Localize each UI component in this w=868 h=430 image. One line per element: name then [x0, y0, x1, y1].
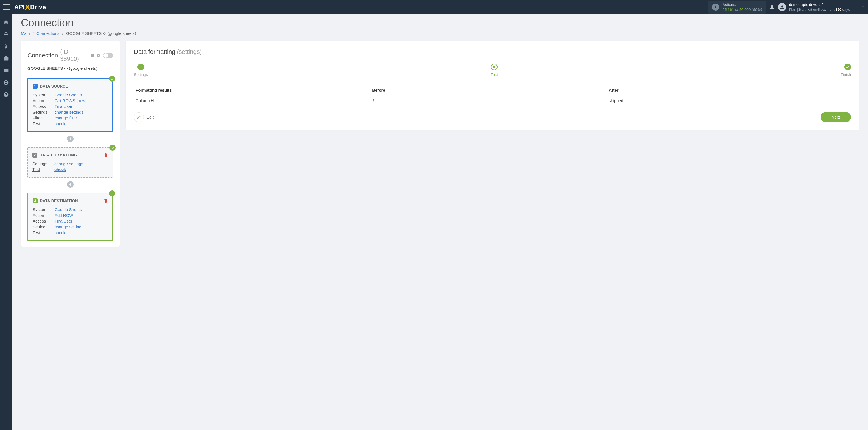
block-number: 2 [32, 153, 37, 157]
connection-subtitle: GOOGLE SHEETS -> (google sheets) [27, 66, 113, 73]
check-icon [109, 190, 115, 196]
user-avatar-icon [778, 3, 786, 11]
hamburger-menu[interactable] [3, 4, 10, 10]
crumb-main[interactable]: Main [21, 31, 30, 36]
actions-used: 25'161 [722, 7, 734, 12]
svg-rect-0 [5, 32, 6, 33]
pencil-icon [134, 112, 144, 122]
td-before: 1 [370, 95, 607, 106]
crumb-current: GOOGLE SHEETS -> (google sheets) [66, 31, 136, 36]
svg-rect-2 [7, 34, 8, 35]
results-table: Formatting results Before After Column H… [134, 85, 851, 106]
dest-test[interactable]: check [55, 230, 65, 235]
block-title: DATA FORMATTING [39, 153, 77, 157]
data-destination-block[interactable]: 3 DATA DESTINATION SystemGoogle Sheets A… [27, 193, 113, 241]
data-formatting-panel: Data formatting (settings) Settings Test… [126, 41, 859, 130]
format-test[interactable]: check [54, 167, 66, 172]
copy-icon[interactable] [90, 53, 94, 58]
right-subtitle: (settings) [177, 48, 202, 55]
sidebar-profile-icon[interactable] [3, 80, 9, 86]
user-name: demo_apix-drive_s2 [789, 2, 850, 7]
plan-info: Plan |Start| left until payment 360 days [789, 7, 850, 12]
connection-id: (ID: 38910) [60, 48, 88, 63]
sidebar-video-icon[interactable] [3, 67, 9, 73]
block-number: 1 [33, 84, 38, 89]
source-access[interactable]: Tina User [55, 104, 72, 109]
source-settings[interactable]: change settings [55, 110, 84, 115]
next-button[interactable]: Next [820, 112, 851, 122]
actions-pct: (50%) [752, 7, 762, 12]
info-icon: i [712, 4, 719, 11]
dest-system[interactable]: Google Sheets [55, 207, 82, 212]
block-title: DATA SOURCE [40, 84, 68, 88]
actions-counter[interactable]: i Actions: 25'161 of 50'000 (50%) [708, 1, 766, 14]
check-icon [110, 145, 116, 151]
bell-icon[interactable] [769, 4, 775, 10]
source-system[interactable]: Google Sheets [55, 92, 82, 97]
format-settings[interactable]: change settings [54, 161, 83, 166]
user-menu[interactable]: demo_apix-drive_s2 Plan |Start| left unt… [778, 2, 865, 12]
add-block-button[interactable]: + [67, 181, 73, 188]
actions-of: of [735, 7, 738, 12]
data-formatting-block[interactable]: 2 DATA FORMATTING Settingschange setting… [27, 147, 113, 178]
add-block-button[interactable]: + [67, 135, 73, 142]
chevron-down-icon [861, 5, 865, 10]
step-label-test: Test [491, 72, 498, 77]
th-after: After [607, 85, 851, 95]
crumb-connections[interactable]: Connections [36, 31, 59, 36]
block-number: 3 [33, 198, 38, 203]
table-row: Column H 1 shipped [134, 95, 851, 106]
th-results: Formatting results [134, 85, 370, 95]
connection-toggle[interactable] [103, 53, 113, 58]
actions-total: 50'000 [739, 7, 751, 12]
connection-title: Connection [27, 52, 58, 59]
edit-button[interactable]: Edit [134, 112, 154, 122]
td-after: shipped [607, 95, 851, 106]
gear-icon[interactable] [97, 53, 101, 58]
step-dot-finish[interactable] [844, 64, 851, 70]
step-dot-test[interactable] [491, 64, 498, 70]
sidebar-connections-icon[interactable] [3, 31, 9, 37]
data-source-block[interactable]: 1 DATA SOURCE SystemGoogle Sheets Action… [27, 78, 113, 132]
sidebar-billing-icon[interactable] [3, 43, 9, 50]
step-label-settings: Settings [134, 72, 148, 77]
th-before: Before [370, 85, 607, 95]
step-label-finish: Finish [841, 72, 851, 77]
dest-access[interactable]: Tina User [55, 219, 72, 223]
trash-icon[interactable] [104, 153, 108, 157]
page-title: Connection [21, 14, 859, 29]
breadcrumb: Main / Connections / GOOGLE SHEETS -> (g… [21, 31, 859, 36]
dest-settings[interactable]: change settings [55, 224, 84, 229]
step-dot-settings[interactable] [137, 64, 144, 70]
connection-panel: Connection (ID: 38910) GOOGLE SHEETS -> … [21, 41, 120, 247]
actions-label: Actions: [722, 2, 762, 7]
sidebar-briefcase-icon[interactable] [3, 55, 9, 61]
dest-action[interactable]: Add ROW [55, 213, 73, 218]
sidebar-help-icon[interactable] [3, 92, 9, 98]
logo[interactable]: APIXDrive [14, 3, 46, 11]
sidebar-home-icon[interactable] [3, 19, 9, 25]
block-title: DATA DESTINATION [40, 199, 78, 203]
source-filter[interactable]: change filter [55, 116, 77, 120]
stepper: Settings Test Finish [134, 64, 851, 77]
source-action[interactable]: Get ROWS (new) [55, 98, 87, 103]
right-title: Data formatting [134, 48, 175, 55]
topbar: APIXDrive i Actions: 25'161 of 50'000 (5… [0, 0, 868, 14]
source-test[interactable]: check [55, 121, 65, 126]
svg-rect-1 [4, 34, 5, 35]
trash-icon[interactable] [103, 199, 108, 203]
td-column: Column H [134, 95, 370, 106]
check-icon [109, 76, 115, 82]
sidebar [0, 14, 12, 255]
